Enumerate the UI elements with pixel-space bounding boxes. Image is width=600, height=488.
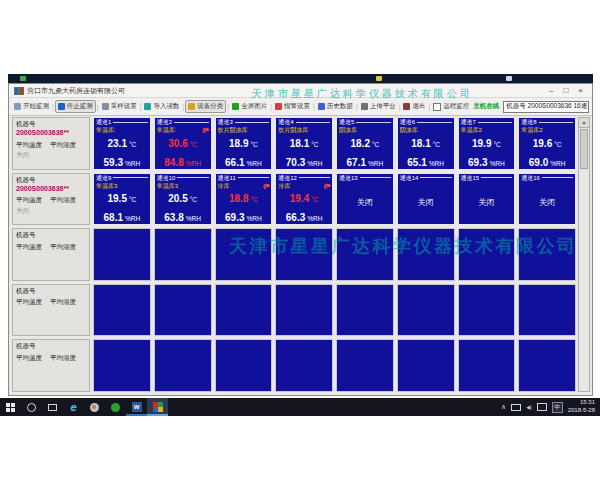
channel-header: 通道14: [398, 174, 454, 181]
toolbar-separator: |: [313, 103, 315, 110]
antivirus-button[interactable]: [105, 398, 126, 416]
speaker-icon[interactable]: ◀): [526, 404, 532, 410]
maximize-button[interactable]: □: [563, 87, 568, 95]
device-dropdown[interactable]: 机器号 2000S0003636 16通道 ▼: [503, 101, 589, 113]
hum-number: 69.0: [529, 157, 548, 168]
scrollbar-thumb[interactable]: [580, 129, 588, 169]
toolbar-separator: |: [140, 103, 142, 110]
channel-panel[interactable]: 通道13关闭: [336, 173, 394, 226]
channel-closed-text: 关闭: [459, 181, 515, 225]
start-icon: [14, 103, 21, 110]
temp-unit: °C: [190, 196, 197, 203]
channel-panel[interactable]: [215, 339, 273, 392]
temperature-value: 18.1°C: [411, 134, 440, 150]
channel-panel[interactable]: [93, 284, 151, 337]
channel-values: 18.9°C66.1%RH: [216, 134, 272, 169]
channel-panel[interactable]: [518, 339, 576, 392]
channel-panel[interactable]: [518, 284, 576, 337]
average-labels: 平均温度平均湿度: [16, 196, 86, 204]
toolbar-button-报警设置[interactable]: 报警设置: [273, 101, 312, 112]
toolbar-button-label: 历史数据: [327, 102, 353, 111]
toolbar-button-采样设置[interactable]: 采样设置: [100, 101, 139, 112]
toolbar-button-上传平台[interactable]: 上传平台: [359, 101, 398, 112]
toolbar-button-停止监测[interactable]: 停止监测: [55, 100, 96, 113]
channel-panel[interactable]: [336, 339, 394, 392]
channel-panel[interactable]: 通道7常温库219.9°C69.3%RH: [458, 117, 516, 170]
channel-panel[interactable]: 通道14关闭: [397, 173, 455, 226]
channel-panel[interactable]: 通道16关闭: [518, 173, 576, 226]
toolbar-button-开始监测[interactable]: 开始监测: [12, 101, 51, 112]
edge-button[interactable]: e: [63, 398, 84, 416]
channel-panel[interactable]: [458, 284, 516, 337]
channel-panel[interactable]: 通道1常温库:23.1°C59.3%RH: [93, 117, 151, 170]
temp-unit: °C: [129, 141, 136, 148]
channel-panel[interactable]: 通道4饮片阴凉库18.1°C70.3%RH: [275, 117, 333, 170]
hum-number: 66.1: [225, 157, 244, 168]
close-button[interactable]: ×: [578, 87, 583, 95]
channel-location: 常温库:: [157, 127, 177, 133]
channel-panel[interactable]: 通道2常温库:((⚑30.6°C84.8%RH: [154, 117, 212, 170]
monitoring-app-button[interactable]: [147, 398, 168, 416]
machine-status: 关闭: [16, 151, 86, 159]
hum-unit: %RH: [125, 160, 140, 167]
channel-panel[interactable]: 通道5阴凉库18.2°C67.1%RH: [336, 117, 394, 170]
toolbar-button-退出[interactable]: 退出: [401, 101, 427, 112]
input-method-indicator[interactable]: 中: [552, 402, 563, 413]
channel-panel[interactable]: [336, 284, 394, 337]
channel-panel[interactable]: 通道12冷库((⚑19.4°C66.3%RH: [275, 173, 333, 226]
monitoring-app-icon: [153, 402, 163, 412]
channel-panel[interactable]: [458, 339, 516, 392]
battery-icon[interactable]: [511, 404, 521, 411]
browser-button[interactable]: [84, 398, 105, 416]
channel-panel[interactable]: 通道8常温库219.6°C69.0%RH: [518, 117, 576, 170]
channel-panel[interactable]: 通道15关闭: [458, 173, 516, 226]
channel-panel[interactable]: [93, 228, 151, 281]
channel-panel[interactable]: [154, 284, 212, 337]
channel-panel[interactable]: [215, 284, 273, 337]
channel-panel[interactable]: [154, 228, 212, 281]
avg-temp-label: 平均温度: [16, 141, 42, 149]
tray-expand-icon[interactable]: ∧: [501, 403, 506, 411]
word-button[interactable]: W: [126, 398, 147, 416]
task-view-button[interactable]: [42, 398, 63, 416]
channel-panel[interactable]: [397, 284, 455, 337]
display-icon[interactable]: [537, 403, 547, 411]
channel-location: 常温库3: [96, 183, 117, 189]
vertical-scrollbar[interactable]: ▲: [578, 117, 590, 392]
channel-panel[interactable]: 通道6阴凉库18.1°C65.1%RH: [397, 117, 455, 170]
taskbar-clock[interactable]: 15:31 2018-5-28: [568, 399, 595, 415]
channel-panel[interactable]: [275, 228, 333, 281]
temp-unit: °C: [190, 141, 197, 148]
channel-panel[interactable]: [275, 284, 333, 337]
channel-panel[interactable]: [215, 228, 273, 281]
toolbar-button-设备分类[interactable]: 设备分类: [185, 100, 226, 113]
avg-temp-label: 平均温度: [16, 354, 42, 362]
scroll-up-icon[interactable]: ▲: [579, 118, 589, 128]
channel-panel[interactable]: 通道11冷库((⚑18.8°C69.3%RH: [215, 173, 273, 226]
machine-info-box: 机器号2000S0003636**平均温度平均湿度关闭: [12, 117, 90, 170]
channel-location: 饮片阴凉库: [278, 127, 308, 133]
channel-panel[interactable]: [397, 228, 455, 281]
channel-panel[interactable]: 通道3饮片阴凉库18.9°C66.1%RH: [215, 117, 273, 170]
channel-panel[interactable]: [154, 339, 212, 392]
channel-panel[interactable]: [93, 339, 151, 392]
temperature-value: 30.6°C: [168, 134, 197, 150]
toolbar-button-全屏图片[interactable]: 全屏图片: [230, 101, 269, 112]
remote-monitor-checkbox[interactable]: 远程监控: [433, 102, 469, 111]
device-category-icon: [188, 103, 195, 110]
start-button[interactable]: [0, 398, 21, 416]
toolbar-button-导入读数[interactable]: 导入读数: [142, 101, 181, 112]
channel-panel[interactable]: [458, 228, 516, 281]
channel-location-line: 常温库2: [459, 125, 515, 134]
channel-panel[interactable]: [397, 339, 455, 392]
channel-panel[interactable]: 通道10常温库320.5°C63.8%RH: [154, 173, 212, 226]
channel-panel[interactable]: [518, 228, 576, 281]
channel-panel[interactable]: 通道9常温库319.5°C68.1%RH: [93, 173, 151, 226]
toolbar-button-历史数据[interactable]: 历史数据: [316, 101, 355, 112]
channel-location-line: 常温库:((⚑: [155, 125, 211, 134]
minimize-button[interactable]: –: [549, 87, 553, 95]
channel-panel[interactable]: [275, 339, 333, 392]
channel-panel[interactable]: [336, 228, 394, 281]
humidity-value: 59.3%RH: [104, 153, 141, 169]
cortana-button[interactable]: [21, 398, 42, 416]
